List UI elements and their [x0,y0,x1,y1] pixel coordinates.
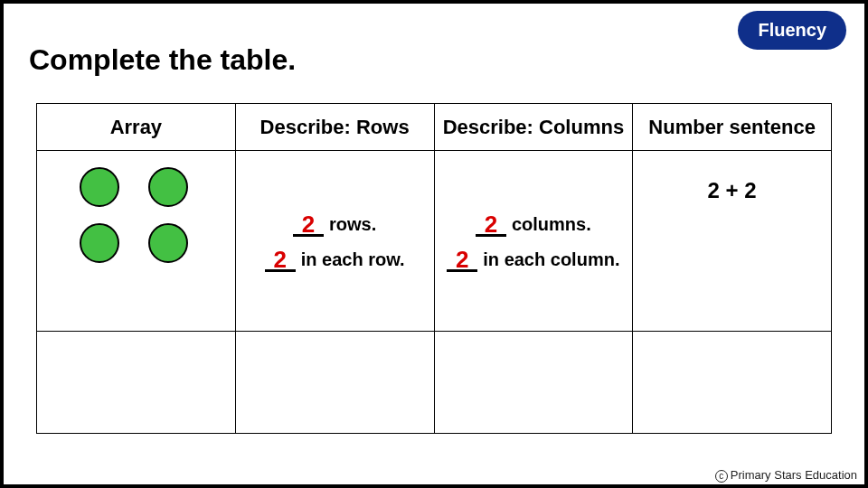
in-each-row-line: 2 in each row. [236,246,434,272]
worksheet-table-wrap: Array Describe: Rows Describe: Columns N… [36,103,832,434]
table-row: 2 rows. 2 in each row. [37,151,832,332]
header-columns: Describe: Columns [434,104,633,151]
array-dot [148,223,188,263]
copyright-icon: c [715,470,728,483]
header-sentence: Number sentence [633,104,832,151]
header-array: Array [37,104,236,151]
instruction-title: Complete the table. [29,43,296,77]
answer-cols-count: 2 [485,211,497,238]
dot-array-2x2 [80,167,192,267]
cols-label: columns. [512,214,591,235]
blank-cols-count[interactable]: 2 [476,211,506,237]
cell-empty [235,332,434,434]
cell-empty [37,332,236,434]
footer-text: Primary Stars Education [731,468,857,482]
rows-count-line: 2 rows. [236,211,434,237]
in-each-col-line: 2 in each column. [435,246,633,272]
number-sentence: 2 + 2 [633,178,831,203]
cell-empty [434,332,633,434]
array-dot [80,167,119,207]
answer-rows-count: 2 [302,211,315,238]
fluency-badge: Fluency [738,11,846,50]
rows-label: rows. [329,214,376,235]
answer-in-each-col: 2 [456,246,468,273]
cell-number-sentence: 2 + 2 [633,151,832,332]
header-rows: Describe: Rows [235,104,434,151]
worksheet-table: Array Describe: Rows Describe: Columns N… [36,103,832,434]
table-header-row: Array Describe: Rows Describe: Columns N… [37,104,832,151]
answer-in-each-row: 2 [273,246,286,273]
cell-describe-columns: 2 columns. 2 in each column. [434,151,633,332]
cell-empty [633,332,832,434]
title-text: Complete the table. [29,43,296,76]
blank-rows-count[interactable]: 2 [293,211,324,237]
blank-in-each-col[interactable]: 2 [447,246,477,272]
in-each-row-label: in each row. [301,249,405,270]
slide-stage: Fluency Complete the table. Array Descri… [0,0,868,488]
cell-describe-rows: 2 rows. 2 in each row. [235,151,434,332]
array-dot [80,223,119,263]
footer-credit: cPrimary Stars Education [715,468,857,483]
cols-count-line: 2 columns. [435,211,633,237]
cell-array [37,151,236,332]
array-dot [148,167,188,207]
in-each-col-label: in each column. [483,249,619,270]
table-row [37,332,832,434]
blank-in-each-row[interactable]: 2 [265,246,296,272]
